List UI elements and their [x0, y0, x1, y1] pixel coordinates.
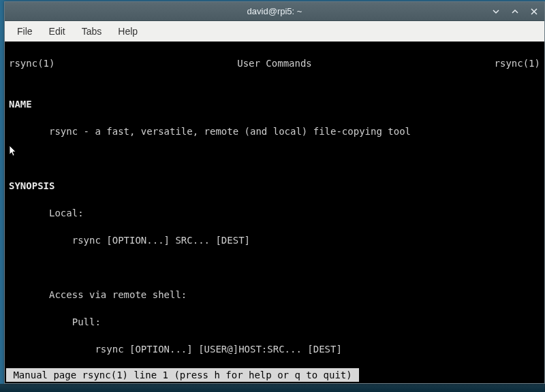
- minimize-button[interactable]: [490, 5, 502, 18]
- desktop-background-strip: [0, 384, 545, 392]
- man-header-left: rsync(1): [9, 56, 54, 70]
- section-synopsis: SYNOPSIS: [9, 179, 540, 193]
- titlebar[interactable]: david@rpi5: ~: [5, 2, 544, 21]
- menubar: File Edit Tabs Help: [5, 21, 544, 42]
- maximize-button[interactable]: [509, 5, 521, 18]
- man-status-line: Manual page rsync(1) line 1 (press h for…: [6, 368, 359, 382]
- menu-tabs[interactable]: Tabs: [75, 23, 109, 39]
- blank-line: [9, 261, 540, 274]
- synopsis-local-cmd: rsync [OPTION...] SRC... [DEST]: [9, 233, 540, 247]
- window-controls: [490, 2, 540, 20]
- synopsis-remote-label: Access via remote shell:: [9, 288, 540, 301]
- man-header: rsync(1)User Commandsrsync(1): [9, 56, 540, 70]
- section-name: NAME: [9, 97, 540, 111]
- blank-line: [9, 152, 540, 165]
- synopsis-pull1: Pull:: [9, 315, 540, 329]
- synopsis-pull1-cmd: rsync [OPTION...] [USER@]HOST:SRC... [DE…: [9, 342, 540, 356]
- close-button[interactable]: [528, 5, 540, 18]
- menu-file[interactable]: File: [10, 23, 40, 39]
- synopsis-local-label: Local:: [9, 206, 540, 220]
- menu-help[interactable]: Help: [111, 23, 144, 39]
- window-title: david@rpi5: ~: [247, 6, 302, 16]
- terminal-window: david@rpi5: ~ File Edit Tabs Help rsync(…: [4, 1, 545, 384]
- man-header-right: rsync(1): [495, 56, 540, 70]
- name-line: rsync - a fast, versatile, remote (and l…: [9, 125, 540, 138]
- man-header-center: User Commands: [237, 56, 312, 70]
- terminal-viewport[interactable]: rsync(1)User Commandsrsync(1) NAME rsync…: [5, 42, 544, 383]
- menu-edit[interactable]: Edit: [42, 23, 72, 39]
